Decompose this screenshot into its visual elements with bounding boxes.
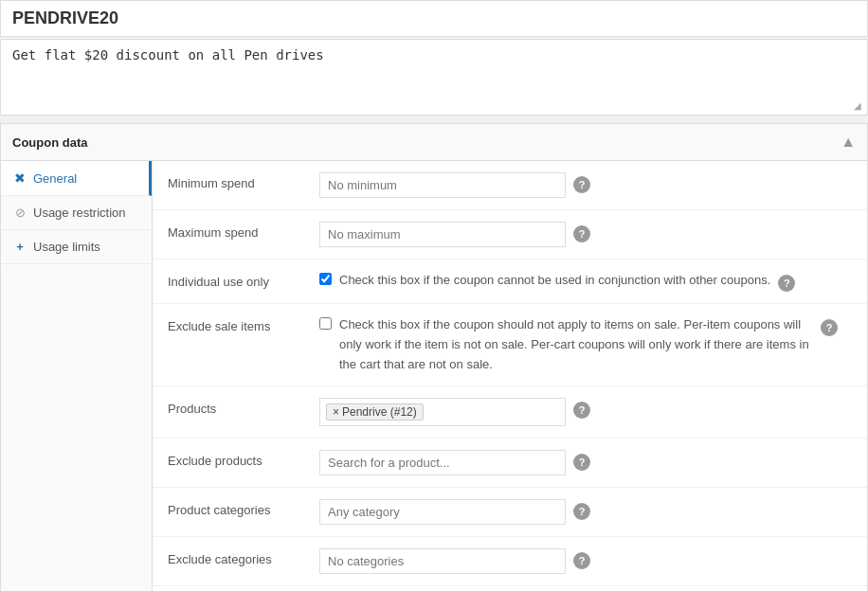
individual-use-label: Individual use only [168,271,319,289]
individual-use-checkbox[interactable] [319,273,332,285]
minimum-spend-control: ? [319,172,852,198]
exclude-categories-help-icon[interactable]: ? [573,552,590,569]
sidebar-tab-usage-restriction[interactable]: ⊘ Usage restriction [1,196,152,230]
products-search-input[interactable] [427,405,559,419]
exclude-categories-label: Exclude categories [168,548,319,566]
exclude-categories-control: ? [319,548,852,574]
minimum-spend-help-icon[interactable]: ? [573,176,590,193]
panel-body: ✖ General ⊘ Usage restriction + Usage li… [1,161,867,591]
minimum-spend-input[interactable] [319,172,566,198]
exclude-sale-checkbox[interactable] [319,317,332,330]
product-categories-row: Product categories ? [153,488,867,537]
product-tag-remove[interactable]: × [333,405,339,419]
product-categories-control: ? [319,499,852,525]
panel-toggle-button[interactable]: ▲ [841,134,856,151]
exclude-products-help-icon[interactable]: ? [573,454,590,471]
individual-use-row: Individual use only Check this box if th… [153,260,867,304]
individual-use-checkbox-wrapper: Check this box if the coupon cannot be u… [319,271,770,290]
exclude-categories-input[interactable] [319,548,566,574]
individual-use-control: Check this box if the coupon cannot be u… [319,271,852,292]
exclude-categories-row: Exclude categories ? [153,537,867,586]
exclude-sale-row: Exclude sale items Check this box if the… [153,304,867,386]
textarea-resize-handle: ◢ [854,101,865,113]
exclude-sale-help-icon[interactable]: ? [821,319,838,336]
sidebar-tabs: ✖ General ⊘ Usage restriction + Usage li… [1,161,153,591]
panel-header: Coupon data ▲ [1,124,867,161]
exclude-sale-label: Exclude sale items [168,315,319,333]
coupon-data-panel: Coupon data ▲ ✖ General ⊘ Usage restrict… [0,123,868,591]
products-row: Products × Pendrive (#12) ? [153,386,867,439]
products-control: × Pendrive (#12) ? [319,398,852,426]
sidebar-tab-usage-limits[interactable]: + Usage limits [1,230,152,264]
content-area: Minimum spend ? Maximum spend ? [153,161,867,591]
coupon-description-textarea[interactable]: Get flat $20 discount on all Pen drives [12,47,856,104]
usage-restriction-tab-label: Usage restriction [33,206,126,220]
exclude-sale-control: Check this box if the coupon should not … [319,315,852,374]
maximum-spend-input[interactable] [319,222,566,247]
maximum-spend-help-icon[interactable]: ? [573,225,590,242]
maximum-spend-label: Maximum spend [168,222,319,240]
product-categories-help-icon[interactable]: ? [573,503,590,520]
product-categories-label: Product categories [168,499,319,517]
coupon-code-input[interactable] [12,9,856,28]
product-tag-pendrive: × Pendrive (#12) [326,403,424,421]
exclude-products-input[interactable] [319,450,566,475]
maximum-spend-control: ? [319,222,852,247]
exclude-sale-description: Check this box if the coupon should not … [339,315,813,374]
individual-use-description: Check this box if the coupon cannot be u… [339,271,770,290]
coupon-description-section: Get flat $20 discount on all Pen drives … [0,39,868,116]
products-label: Products [168,398,319,416]
page-wrapper: Get flat $20 discount on all Pen drives … [0,0,868,591]
general-tab-icon: ✖ [12,170,27,186]
individual-use-help-icon[interactable]: ? [778,275,795,292]
product-tag-label: Pendrive (#12) [342,405,417,419]
general-tab-label: General [33,171,77,186]
usage-limits-tab-label: Usage limits [33,240,100,254]
minimum-spend-row: Minimum spend ? [153,161,867,210]
panel-title: Coupon data [12,135,87,150]
exclude-products-row: Exclude products ? [153,439,867,488]
usage-restriction-tab-icon: ⊘ [12,206,27,220]
exclude-products-label: Exclude products [168,450,319,468]
sidebar-tab-general[interactable]: ✖ General [1,161,152,196]
product-categories-input[interactable] [319,499,566,525]
email-restrictions-row: Email restrictions ? [153,586,867,591]
exclude-products-control: ? [319,450,852,475]
products-help-icon[interactable]: ? [573,402,590,419]
exclude-sale-checkbox-wrapper: Check this box if the coupon should not … [319,315,813,374]
minimum-spend-label: Minimum spend [168,172,319,190]
coupon-code-section [0,0,868,37]
maximum-spend-row: Maximum spend ? [153,210,867,260]
usage-limits-tab-icon: + [12,240,27,254]
products-tag-input[interactable]: × Pendrive (#12) [319,398,566,426]
